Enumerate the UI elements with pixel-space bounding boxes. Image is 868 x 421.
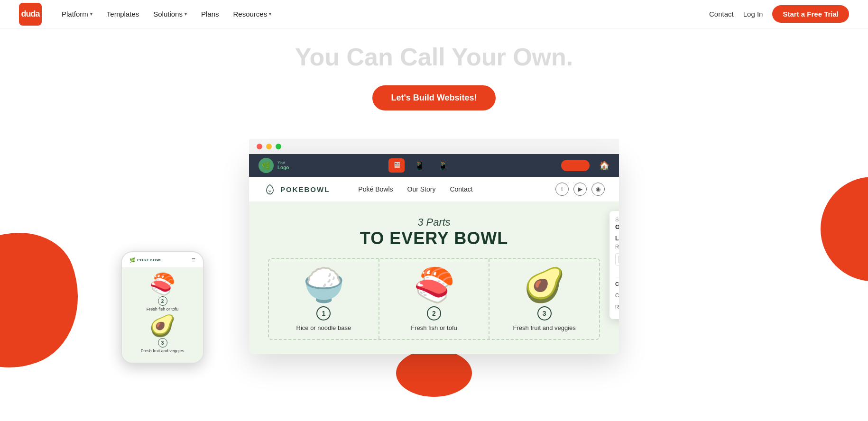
login-link[interactable]: Log In	[743, 10, 763, 18]
youtube-icon[interactable]: ▶	[573, 183, 587, 196]
phone-navbar: 🌿 POKEBOWL ≡	[122, 252, 203, 268]
site-nav-contact[interactable]: Contact	[450, 185, 472, 193]
chevron-down-icon: ▾	[269, 11, 271, 17]
phone-content: 🍣 2 Fresh fish or tofu 🥑 3 Fresh fruit a…	[122, 268, 203, 363]
rice-food-icon: 🍚	[303, 268, 344, 302]
editor-logo-icon: 🌿	[259, 158, 274, 173]
site-logo: POKEBOWL	[263, 183, 330, 196]
columns-row: Columns 5 Gap px	[615, 291, 619, 300]
site-logo-name: POKEBOWL	[280, 185, 330, 193]
customize-title: Customize layout	[615, 281, 619, 287]
editor-logo-name: Logo	[277, 165, 289, 170]
fish-food-icon: 🍣	[414, 268, 455, 302]
nav-solutions[interactable]: Solutions ▾	[148, 7, 193, 21]
mobile-icon[interactable]: 📱	[434, 158, 452, 173]
avocado-icon: 🥑	[524, 268, 565, 302]
contact-link[interactable]: Contact	[709, 10, 734, 18]
bowl-section: 3 Parts TO EVERY BOWL 🍚 1 Rice or noodle…	[249, 202, 619, 354]
hamburger-icon: ≡	[192, 256, 195, 264]
nav-plans[interactable]: Plans	[195, 7, 225, 21]
bowl-card-2: 🍣 2 Fresh fish or tofu	[379, 259, 490, 339]
panel-title: Grid Design	[615, 223, 619, 230]
panel-divider	[615, 277, 619, 277]
site-nav-bowls[interactable]: Poké Bowls	[358, 185, 393, 193]
grid-design-panel: Section > Grid Design Layout ▲ Rearrange…	[609, 211, 619, 319]
nav-templates[interactable]: Templates	[101, 7, 145, 21]
editor-toolbar: 🌿 Your Logo 🖥 📱 📱 🏠	[249, 154, 619, 177]
phone-mockup: 🌿 POKEBOWL ≡ 🍣 2 Fresh fish or tofu 🥑 3 …	[121, 251, 204, 364]
phone-item-salmon: 🍣 2 Fresh fish or tofu	[127, 274, 198, 311]
decorative-blob-bottom	[396, 349, 472, 397]
browser-dot-yellow	[266, 144, 272, 149]
instagram-icon[interactable]: ◉	[591, 183, 605, 196]
svg-rect-5	[619, 256, 619, 263]
decorative-blob-left	[0, 215, 99, 385]
layout-options	[615, 253, 619, 265]
decorative-blob-right	[821, 177, 868, 281]
desktop-icon[interactable]: 🖥	[388, 158, 405, 173]
chevron-down-icon: ▾	[90, 11, 92, 17]
logo[interactable]: duda	[19, 3, 42, 26]
trial-button[interactable]: Start a Free Trial	[772, 5, 849, 23]
bowl-cards: 🍚 1 Rice or noodle base 🍣 2 Fresh fish o…	[268, 258, 600, 340]
editor-pill	[561, 160, 590, 171]
bowl-card-1: 🍚 1 Rice or noodle base	[269, 259, 379, 339]
tablet-icon[interactable]: 📱	[410, 158, 428, 173]
layout-labels: 1x4 2x2 3x1 4x1	[615, 267, 619, 272]
nav-platform[interactable]: Platform ▾	[56, 7, 98, 21]
site-navbar: POKEBOWL Poké Bowls Our Story Contact f …	[249, 177, 619, 202]
salmon-food-icon: 🍣	[149, 274, 175, 294]
rows-row: Rows 1 Gap px	[615, 302, 619, 311]
bowl-heading: 3 Parts TO EVERY BOWL	[268, 216, 600, 248]
columns-label: Columns	[615, 293, 619, 298]
rows-label: Rows	[615, 304, 619, 310]
panel-rearrange-sub: Rearrange layout	[615, 244, 619, 249]
site-nav-story[interactable]: Our Story	[407, 185, 436, 193]
editor-logo-area: 🌿 Your Logo	[259, 158, 289, 173]
nav-right: Contact Log In Start a Free Trial	[709, 5, 849, 23]
bowl-card-2-label: Fresh fish or tofu	[411, 324, 457, 331]
facebook-icon[interactable]: f	[555, 183, 569, 196]
phone-logo: 🌿 POKEBOWL	[129, 257, 163, 263]
hero-section: You Can Call Your Own. Let's Build Websi…	[0, 28, 868, 139]
chevron-down-icon: ▾	[185, 11, 187, 17]
bowl-card-3-label: Fresh fruit and veggies	[513, 324, 576, 331]
panel-layout-title: Layout ▲	[615, 235, 619, 242]
panel-breadcrumb: Section >	[615, 217, 619, 222]
bowl-card-3: 🥑 3 Fresh fruit and veggies	[489, 259, 599, 339]
hero-cta-button[interactable]: Let's Build Websites!	[372, 85, 496, 110]
nav-links: Platform ▾ Templates Solutions ▾ Plans R…	[56, 7, 709, 21]
home-icon[interactable]: 🏠	[599, 160, 609, 171]
bowl-title: TO EVERY BOWL	[268, 229, 600, 248]
social-icons: f ▶ ◉	[555, 183, 605, 196]
nav-resources[interactable]: Resources ▾	[227, 7, 277, 21]
navbar: duda Platform ▾ Templates Solutions ▾ Pl…	[0, 0, 868, 28]
logo-text: duda	[21, 9, 40, 19]
browser-window: 🌿 Your Logo 🖥 📱 📱 🏠	[249, 139, 619, 354]
bowl-card-1-label: Rice or noodle base	[296, 324, 351, 331]
layout-1x4[interactable]	[615, 253, 619, 265]
editor-logo-label: Your	[277, 161, 289, 165]
avocado-food-icon: 🥑	[149, 315, 175, 336]
browser-titlebar	[249, 139, 619, 154]
site-nav-links: Poké Bowls Our Story Contact	[358, 185, 472, 193]
browser-dot-green	[276, 144, 281, 149]
bowl-subtitle: 3 Parts	[268, 216, 600, 229]
phone-item-avocado: 🥑 3 Fresh fruit and veggies	[127, 315, 198, 353]
hero-title: You Can Call Your Own.	[0, 43, 868, 71]
browser-dot-red	[257, 144, 262, 149]
device-icons: 🖥 📱 📱	[388, 158, 452, 173]
